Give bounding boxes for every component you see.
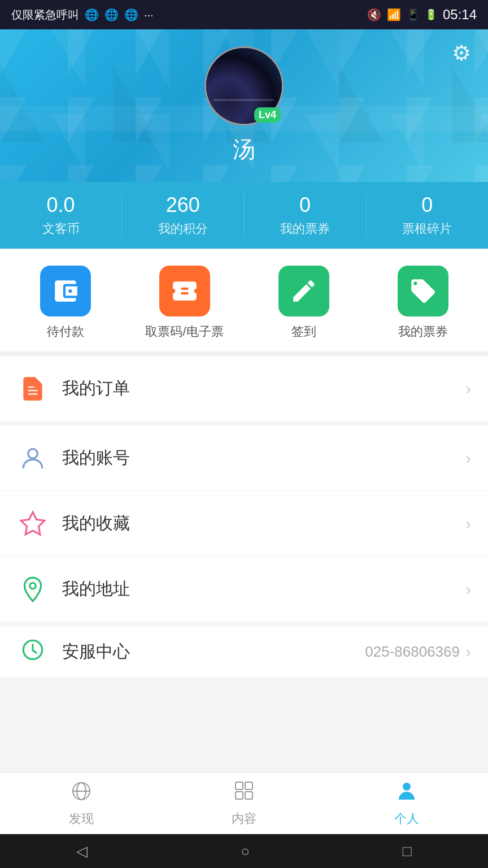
level-badge: Lv4: [254, 107, 281, 123]
stat-value-0: 0.0: [47, 193, 75, 217]
svg-rect-7: [236, 792, 243, 799]
action-label-checkin: 签到: [291, 323, 316, 340]
favorites-chevron: ›: [465, 514, 471, 533]
address-icon: [19, 575, 47, 604]
orders-chevron: ›: [465, 379, 471, 398]
more-icon: ···: [144, 8, 154, 21]
wallet-icon: [51, 277, 80, 305]
action-icon-voucher: [398, 266, 448, 316]
discover-label: 发现: [69, 810, 94, 827]
wifi-icon: 📶: [387, 8, 401, 21]
action-label-ticket: 取票码/电子票: [145, 323, 223, 340]
menu-item-orders[interactable]: 我的订单 ›: [0, 356, 488, 421]
wechat-icon2: 🌐: [104, 8, 119, 21]
action-icon-checkin: [278, 266, 329, 316]
stat-label-3: 票根碎片: [402, 220, 452, 237]
emergency-text: 仅限紧急呼叫: [11, 7, 79, 23]
favorites-right: ›: [465, 514, 471, 533]
battery-icon: 🔋: [425, 8, 437, 21]
action-label-pending: 待付款: [47, 323, 84, 340]
address-chevron: ›: [465, 580, 471, 599]
menu-section-orders: 我的订单 ›: [0, 356, 488, 421]
stat-points[interactable]: 260 我的积分: [122, 193, 244, 237]
nav-profile[interactable]: 个人: [325, 772, 488, 834]
nav-discover[interactable]: 发现: [0, 772, 163, 834]
svg-point-0: [28, 449, 37, 458]
stat-label-0: 文客币: [42, 220, 80, 237]
menu-section-service: 安服中心 025-86806369 ›: [0, 626, 488, 677]
action-pending[interactable]: 待付款: [6, 266, 125, 340]
ticket-icon: [171, 277, 199, 305]
back-button[interactable]: ◁: [76, 843, 88, 860]
action-ticket[interactable]: 取票码/电子票: [125, 266, 244, 340]
stat-value-2: 0: [299, 193, 311, 217]
nav-content[interactable]: 内容: [163, 772, 325, 834]
profile-header: ⚙ Lv4 汤: [0, 29, 488, 182]
account-chevron: ›: [465, 449, 471, 468]
stat-value-3: 0: [421, 193, 433, 217]
service-right: 025-86806369 ›: [365, 642, 471, 661]
orders-label: 我的订单: [62, 377, 465, 400]
action-label-voucher: 我的票券: [398, 323, 448, 340]
address-label: 我的地址: [62, 578, 465, 601]
stats-row: 0.0 文客币 260 我的积分 0 我的票券 0 票根碎片: [0, 182, 488, 249]
svg-rect-5: [236, 782, 243, 789]
service-icon: [19, 637, 47, 666]
orders-icon: [19, 375, 47, 403]
address-icon-wrap: [17, 574, 48, 605]
home-button[interactable]: ○: [241, 843, 250, 860]
svg-point-1: [29, 583, 35, 588]
favorites-icon-wrap: [17, 508, 48, 539]
avatar-wrapper[interactable]: Lv4: [204, 46, 284, 125]
action-checkin[interactable]: 签到: [244, 266, 363, 340]
status-right: 🔇 📶 📱 🔋 05:14: [367, 7, 477, 23]
stat-value-1: 260: [166, 193, 200, 217]
action-icon-pending: [40, 266, 91, 316]
android-nav: ◁ ○ □: [0, 834, 488, 868]
content-icon: [233, 779, 255, 807]
favorites-label: 我的收藏: [62, 512, 465, 535]
action-icon-ticket: [159, 266, 210, 316]
bottom-nav: 发现 内容 个人: [0, 772, 488, 834]
content-label: 内容: [232, 810, 256, 827]
service-icon-wrap: [17, 636, 48, 667]
settings-icon[interactable]: ⚙: [452, 41, 471, 66]
wechat-icon1: 🌐: [85, 8, 99, 21]
svg-rect-6: [245, 782, 252, 789]
menu-section-account: 我的账号 › 我的收藏 › 我的地址 ›: [0, 426, 488, 622]
profile-nav-label: 个人: [394, 810, 419, 827]
account-label: 我的账号: [62, 446, 465, 470]
stat-label-2: 我的票券: [280, 220, 330, 237]
menu-item-account[interactable]: 我的账号 ›: [0, 426, 488, 491]
stat-fragments[interactable]: 0 票根碎片: [367, 193, 488, 237]
menu-item-favorites[interactable]: 我的收藏 ›: [0, 491, 488, 557]
orders-right: ›: [465, 379, 471, 398]
stat-wenkecoin[interactable]: 0.0 文客币: [0, 193, 122, 237]
service-chevron: ›: [465, 642, 471, 661]
clock: 05:14: [443, 7, 477, 23]
recent-button[interactable]: □: [403, 843, 412, 860]
service-label: 安服中心: [62, 640, 365, 663]
checkin-icon: [290, 277, 318, 305]
username: 汤: [233, 134, 255, 165]
stat-label-1: 我的积分: [158, 220, 208, 237]
service-phone: 025-86806369: [365, 643, 460, 661]
action-voucher[interactable]: 我的票券: [363, 266, 482, 340]
menu-item-address[interactable]: 我的地址 ›: [0, 557, 488, 622]
account-icon: [19, 444, 47, 472]
favorites-icon: [19, 510, 47, 538]
address-right: ›: [465, 580, 471, 599]
account-icon-wrap: [17, 442, 48, 474]
svg-rect-8: [245, 792, 252, 799]
menu-item-service[interactable]: 安服中心 025-86806369 ›: [0, 626, 488, 677]
quick-actions: 待付款 取票码/电子票 签到 我的票券: [0, 249, 488, 356]
weibo-icon: 🌐: [124, 8, 138, 21]
stat-tickets[interactable]: 0 我的票券: [245, 193, 367, 237]
discover-icon: [70, 780, 93, 807]
voucher-icon: [409, 277, 437, 305]
profile-nav-icon: [395, 779, 418, 807]
sim-icon: 📱: [407, 8, 419, 21]
svg-point-9: [403, 783, 411, 791]
mute-icon: 🔇: [367, 8, 381, 21]
status-bar: 仅限紧急呼叫 🌐 🌐 🌐 ··· 🔇 📶 📱 🔋 05:14: [0, 0, 488, 29]
